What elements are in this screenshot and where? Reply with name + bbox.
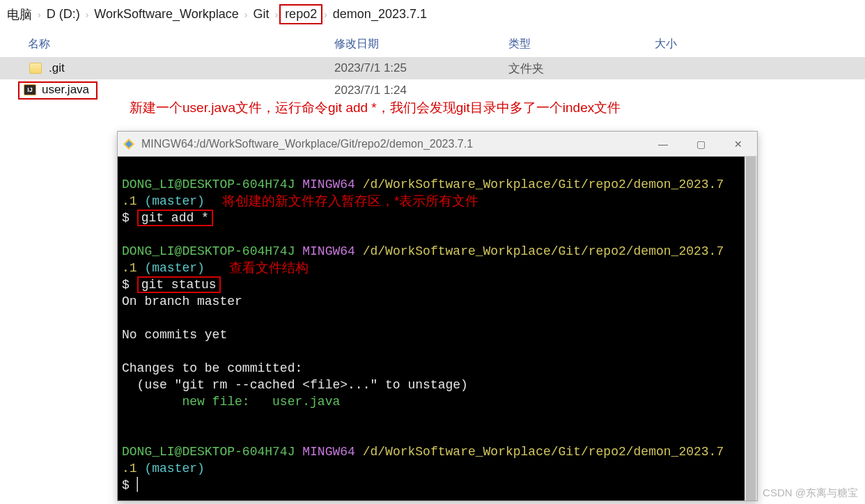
- minimize-button[interactable]: —: [644, 132, 682, 157]
- file-date: 2023/7/1 1:24: [334, 84, 508, 97]
- annotation-git-add: 将创建的新文件存入暂存区，*表示所有文件: [222, 193, 478, 210]
- crumb-worksoftware[interactable]: WorkSoftware_Workplace: [90, 6, 242, 23]
- prompt-path: /d/WorkSoftware_Workplace/Git/repo2/demo…: [363, 244, 724, 258]
- terminal-window: MINGW64:/d/WorkSoftware_Workplace/Git/re…: [117, 131, 758, 501]
- header-type[interactable]: 类型: [508, 37, 655, 52]
- out-branch: On branch master: [122, 294, 242, 308]
- prompt-branch: (master): [144, 462, 204, 475]
- close-button[interactable]: ✕: [719, 132, 757, 157]
- annotation-new-file: 新建一个user.java文件，运行命令git add *，我们会发现git目录…: [130, 99, 621, 117]
- java-file-icon: IJ: [24, 84, 36, 95]
- terminal-titlebar[interactable]: MINGW64:/d/WorkSoftware_Workplace/Git/re…: [118, 132, 757, 157]
- file-type: 文件夹: [508, 61, 655, 77]
- prompt-path-tail: .1: [122, 462, 137, 475]
- prompt-user: DONG_LI@DESKTOP-604H74J: [122, 445, 295, 459]
- folder-icon: [29, 63, 42, 74]
- cmd-git-status: git status: [141, 278, 217, 292]
- header-name[interactable]: 名称˄: [0, 37, 334, 52]
- out-hint: (use "git rm --cached <file>..." to unst…: [122, 378, 468, 392]
- file-date: 2023/7/1 1:25: [334, 61, 508, 75]
- chevron-right-icon: ›: [322, 9, 329, 20]
- out-nocommits: No commits yet: [122, 328, 227, 342]
- file-name: user.java: [42, 83, 89, 97]
- crumb-d[interactable]: D (D:): [42, 6, 84, 23]
- terminal-body[interactable]: DONG_LI@DESKTOP-604H74J MINGW64 /d/WorkS…: [118, 157, 757, 501]
- file-row-git[interactable]: .git 2023/7/1 1:25 文件夹: [0, 57, 865, 79]
- prompt-dollar: $: [122, 278, 130, 292]
- mintty-icon: [123, 139, 134, 150]
- prompt-path: /d/WorkSoftware_Workplace/Git/repo2/demo…: [363, 178, 724, 191]
- prompt-env: MINGW64: [302, 445, 355, 459]
- prompt-env: MINGW64: [302, 178, 355, 191]
- chevron-right-icon: ›: [243, 9, 249, 20]
- prompt-dollar: $: [122, 478, 130, 492]
- maximize-button[interactable]: ▢: [682, 132, 719, 157]
- cursor: ▏: [137, 478, 145, 492]
- chevron-right-icon: ›: [273, 9, 279, 20]
- terminal-scrollbar[interactable]: [745, 157, 757, 501]
- annotation-git-status: 查看文件结构: [229, 260, 309, 276]
- prompt-branch: (master): [144, 261, 204, 275]
- crumb-git[interactable]: Git: [249, 6, 273, 23]
- chevron-right-icon: ›: [36, 9, 42, 20]
- prompt-path-tail: .1: [122, 261, 137, 275]
- scrollbar-thumb[interactable]: [746, 157, 756, 501]
- crumb-pc[interactable]: 电脑: [3, 5, 36, 24]
- out-newfile: new file: user.java: [122, 395, 340, 409]
- header-date[interactable]: 修改日期: [334, 37, 508, 52]
- cmd-git-add: git add *: [141, 211, 209, 225]
- prompt-user: DONG_LI@DESKTOP-604H74J: [122, 178, 295, 191]
- terminal-title-text: MINGW64:/d/WorkSoftware_Workplace/Git/re…: [141, 138, 473, 150]
- crumb-repo2[interactable]: repo2: [279, 4, 322, 24]
- header-size[interactable]: 大小: [655, 37, 865, 52]
- file-name: .git: [49, 61, 65, 75]
- prompt-user: DONG_LI@DESKTOP-604H74J: [122, 244, 295, 258]
- prompt-branch: (master): [144, 194, 204, 208]
- prompt-dollar: $: [122, 211, 130, 225]
- chevron-right-icon: ›: [84, 9, 91, 20]
- breadcrumb: 电脑 › D (D:) › WorkSoftware_Workplace › G…: [0, 0, 865, 31]
- prompt-env: MINGW64: [302, 244, 355, 258]
- crumb-demon[interactable]: demon_2023.7.1: [329, 6, 431, 23]
- file-list: .git 2023/7/1 1:25 文件夹 IJ user.java 2023…: [0, 57, 865, 102]
- prompt-path-tail: .1: [122, 194, 137, 208]
- file-list-header: 名称˄ 修改日期 类型 大小: [0, 31, 865, 57]
- watermark: CSDN @东离与糖宝: [763, 487, 858, 500]
- out-changes: Changes to be committed:: [122, 361, 302, 375]
- prompt-path: /d/WorkSoftware_Workplace/Git/repo2/demo…: [363, 445, 724, 459]
